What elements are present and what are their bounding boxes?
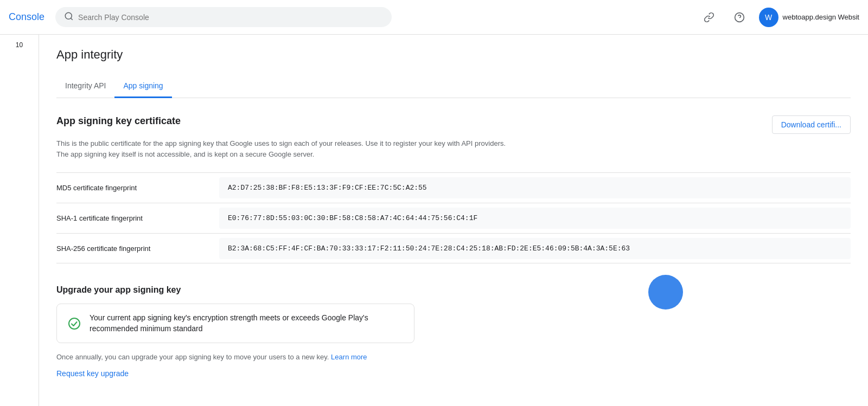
tab-app-signing[interactable]: App signing — [114, 75, 171, 98]
fingerprint-table: MD5 certificate fingerprint A2:D7:25:38:… — [56, 172, 851, 263]
search-input[interactable] — [78, 13, 383, 22]
section-header: App signing key certificate Download cer… — [56, 115, 851, 134]
console-logo[interactable]: Console — [9, 11, 44, 23]
annual-description: Once annually, you can upgrade your app … — [56, 352, 851, 363]
download-certificate-button[interactable]: Download certifi... — [772, 115, 851, 134]
sha256-value: B2:3A:68:C5:FF:4F:CF:BA:70:33:33:17:F2:1… — [219, 238, 851, 259]
header-right: W webtoapp.design Websit — [698, 7, 859, 28]
upgrade-section: Upgrade your app signing key Your curren… — [56, 285, 851, 378]
certificate-section: App signing key certificate Download cer… — [56, 115, 851, 263]
search-bar-container — [55, 7, 392, 27]
page-title: App integrity — [56, 48, 851, 62]
sha1-label: SHA-1 certificate fingerprint — [56, 208, 219, 229]
status-card: Your current app signing key's encryptio… — [56, 304, 414, 343]
account-info[interactable]: W webtoapp.design Websit — [759, 8, 859, 27]
help-icon[interactable] — [729, 7, 750, 28]
avatar: W — [759, 8, 778, 27]
link-icon[interactable] — [698, 7, 720, 28]
sha1-value: E0:76:77:8D:55:03:0C:30:BF:58:C8:58:A7:4… — [219, 208, 851, 229]
search-icon — [64, 11, 74, 23]
upgrade-title: Upgrade your app signing key — [56, 285, 851, 295]
learn-more-link[interactable]: Learn more — [331, 353, 367, 361]
svg-point-3 — [69, 318, 80, 329]
account-name: webtoapp.design Websit — [783, 13, 859, 21]
sidebar-badge: 10 — [14, 39, 25, 51]
fingerprint-row-sha256: SHA-256 certificate fingerprint B2:3A:68… — [56, 233, 851, 263]
md5-label: MD5 certificate fingerprint — [56, 177, 219, 198]
sha256-label: SHA-256 certificate fingerprint — [56, 238, 219, 259]
app-header: Console W — [0, 0, 868, 35]
fingerprint-row-md5: MD5 certificate fingerprint A2:D7:25:38:… — [56, 172, 851, 203]
svg-point-0 — [65, 12, 72, 19]
status-message: Your current app signing key's encryptio… — [90, 313, 403, 334]
md5-value: A2:D7:25:38:BF:F8:E5:13:3F:F9:CF:EE:7C:5… — [219, 177, 851, 198]
header-left: Console — [9, 7, 392, 27]
fingerprint-row-sha1: SHA-1 certificate fingerprint E0:76:77:8… — [56, 203, 851, 233]
tab-bar: Integrity API App signing — [56, 75, 851, 98]
certificate-section-title: App signing key certificate — [56, 115, 181, 127]
check-circle-icon — [68, 317, 81, 330]
sidebar: 10 — [0, 35, 39, 406]
request-upgrade-button[interactable]: Request key upgrade — [56, 369, 129, 378]
tab-integrity-api[interactable]: Integrity API — [56, 75, 114, 98]
main-content: App integrity Integrity API App signing … — [39, 35, 868, 406]
certificate-description: This is the public certificate for the a… — [56, 138, 512, 159]
